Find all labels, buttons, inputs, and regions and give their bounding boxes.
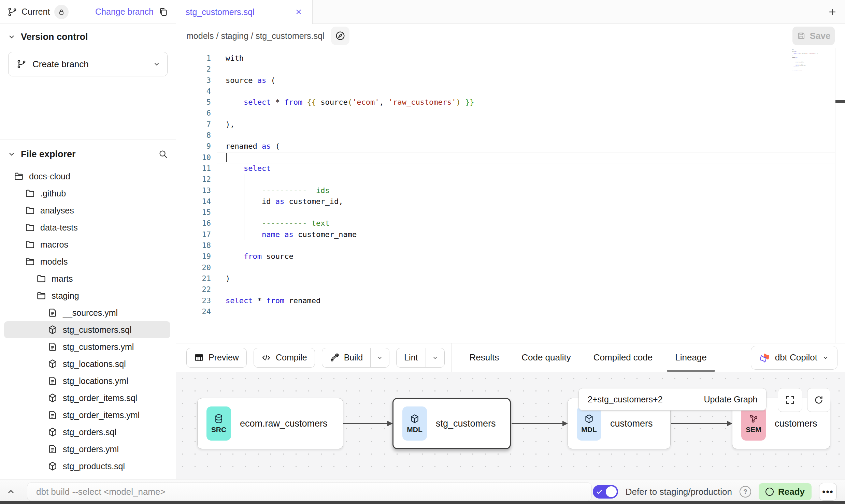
editor-tab-bar: stg_customers.sql — [176, 0, 845, 24]
file-item-label: .github — [40, 189, 66, 198]
breadcrumb: models / staging / stg_customers.sql — [186, 31, 324, 41]
git-branch-icon — [8, 7, 17, 17]
defer-label: Defer to staging/production — [626, 487, 732, 497]
file-item-marts[interactable]: marts — [0, 270, 170, 287]
new-tab-button[interactable] — [825, 5, 840, 19]
file-item-macros[interactable]: macros — [0, 236, 170, 253]
file-explorer-title: File explorer — [21, 149, 76, 160]
model-cube-icon — [47, 461, 58, 471]
lint-button[interactable]: Lint — [396, 348, 444, 368]
dbt-copilot-button[interactable]: dbt Copilot — [751, 346, 837, 370]
chevron-down-icon — [822, 354, 829, 361]
file-item-analyses[interactable]: analyses — [0, 202, 170, 219]
check-icon — [596, 488, 603, 495]
file-item-docs-cloud[interactable]: docs-cloud — [0, 168, 170, 185]
create-branch-dropdown[interactable] — [146, 52, 167, 76]
folder-icon — [25, 188, 35, 198]
network-icon — [748, 414, 759, 424]
update-graph-button[interactable]: Update Graph — [695, 388, 766, 410]
defer-toggle[interactable] — [593, 485, 618, 499]
fullscreen-button[interactable] — [778, 388, 802, 412]
file-icon — [47, 444, 58, 454]
version-control-header[interactable]: Version control — [0, 26, 176, 48]
help-icon[interactable]: ? — [740, 486, 751, 498]
line-number-gutter: 123456789101112131415161718192021222324 — [176, 53, 211, 317]
refresh-button[interactable] — [807, 388, 830, 412]
file-item-stg_orders.sql[interactable]: stg_orders.sql — [0, 424, 170, 441]
tab-stg-customers-sql[interactable]: stg_customers.sql — [176, 0, 313, 24]
file-item-label: marts — [52, 274, 73, 284]
file-item-models[interactable]: models — [0, 253, 170, 270]
toggle-knob — [606, 486, 617, 497]
command-input[interactable]: dbt build --select <model_name> — [27, 483, 592, 501]
folder-icon — [25, 222, 35, 233]
wrench-icon — [330, 353, 339, 362]
file-item-label: stg_orders.sql — [63, 427, 116, 437]
file-item-stg_customers.sql[interactable]: stg_customers.sql — [4, 321, 170, 338]
lint-dropdown[interactable] — [426, 348, 444, 367]
build-dropdown[interactable] — [370, 348, 389, 367]
lineage-filter-input[interactable]: 2+stg_customers+2 — [579, 388, 695, 410]
file-item-stg_products.sql[interactable]: stg_products.sql — [0, 458, 170, 475]
file-item-label: data-tests — [40, 223, 78, 233]
model-cube-icon — [47, 427, 58, 437]
panel-tab-results[interactable]: Results — [470, 343, 499, 372]
compile-label: Compile — [276, 353, 307, 362]
file-icon — [47, 342, 58, 352]
create-branch-button[interactable]: Create branch — [8, 52, 168, 76]
folder-icon — [36, 273, 46, 284]
search-icon[interactable] — [158, 149, 168, 159]
file-item-stg_order_items.yml[interactable]: stg_order_items.yml — [0, 406, 170, 424]
file-item-__sources.yml[interactable]: __sources.yml — [0, 304, 170, 321]
build-button[interactable]: Build — [322, 348, 390, 368]
file-item-.github[interactable]: .github — [0, 185, 170, 202]
file-item-stg_customers.yml[interactable]: stg_customers.yml — [0, 338, 170, 355]
file-item-stg_order_items.sql[interactable]: stg_order_items.sql — [0, 389, 170, 406]
preview-button[interactable]: Preview — [186, 348, 247, 368]
lineage-node-stg_customers[interactable]: MDLstg_customers — [392, 398, 511, 449]
file-icon — [47, 376, 58, 386]
file-item-label: staging — [52, 291, 79, 301]
panel-tab-code-quality[interactable]: Code quality — [521, 343, 571, 372]
more-options-button[interactable]: ••• — [819, 483, 837, 501]
lint-label: Lint — [404, 353, 418, 362]
editor-minimap[interactable]: with source as ( select * from {{ source… — [792, 49, 820, 73]
panel-tab-lineage[interactable]: Lineage — [675, 343, 707, 372]
copy-icon[interactable] — [158, 7, 168, 17]
folder-icon — [25, 205, 35, 216]
file-item-staging[interactable]: staging — [0, 287, 170, 304]
panel-tab-compiled-code[interactable]: Compiled code — [593, 343, 653, 372]
node-badge-label: SRC — [211, 426, 226, 434]
save-button[interactable]: Save — [792, 27, 835, 45]
file-item-stg_locations.yml[interactable]: stg_locations.yml — [0, 372, 170, 389]
lineage-panel[interactable]: SRCecom.raw_customersMDLstg_customersMDL… — [176, 372, 845, 479]
editor-right-divider — [835, 48, 835, 343]
file-item-label: analyses — [40, 206, 74, 216]
copilot-chip[interactable] — [331, 27, 349, 45]
file-item-label: stg_locations.yml — [63, 376, 128, 386]
lineage-controls: 2+stg_customers+2 Update Graph — [578, 388, 767, 411]
file-item-label: macros — [40, 240, 68, 250]
version-control-title: Version control — [21, 32, 88, 42]
file-explorer-header[interactable]: File explorer — [0, 143, 176, 165]
file-item-data-tests[interactable]: data-tests — [0, 219, 170, 236]
chevron-down-icon — [153, 60, 160, 68]
file-item-stg_locations.sql[interactable]: stg_locations.sql — [0, 355, 170, 372]
file-item-label: stg_customers.yml — [63, 342, 134, 352]
chevron-up-icon[interactable] — [0, 487, 22, 496]
close-icon[interactable] — [295, 8, 303, 16]
file-item-stg_orders.yml[interactable]: stg_orders.yml — [0, 441, 170, 458]
file-item-label: stg_locations.sql — [63, 359, 126, 369]
dbt-cloud-ide: Current Change branch Version control — [0, 0, 845, 504]
branch-locked-badge — [54, 5, 69, 19]
database-icon — [214, 414, 224, 424]
lineage-node-ecom.raw_customers[interactable]: SRCecom.raw_customers — [197, 398, 343, 449]
code-content[interactable]: withsource as ( select * from {{ source(… — [226, 53, 831, 317]
ready-status-badge[interactable]: Ready — [759, 483, 812, 500]
folder-open-icon — [25, 256, 35, 267]
code-editor[interactable]: 123456789101112131415161718192021222324 … — [176, 48, 845, 343]
scrollbar-thumb[interactable] — [835, 100, 845, 103]
change-branch-link[interactable]: Change branch — [95, 7, 154, 17]
compile-button[interactable]: Compile — [254, 348, 315, 368]
file-icon — [47, 410, 58, 420]
